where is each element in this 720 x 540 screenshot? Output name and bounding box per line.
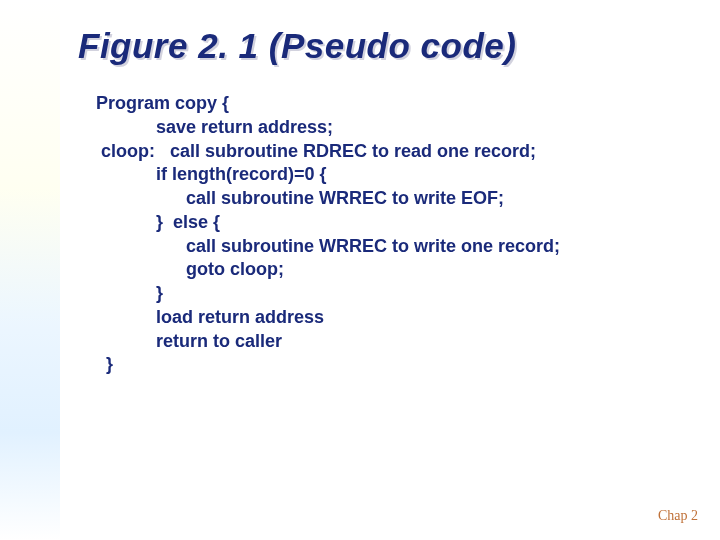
footer-chapter: Chap 2 (658, 508, 698, 524)
slide-title: Figure 2. 1 (Pseudo code) (78, 26, 516, 66)
code-line: save return address; (96, 117, 333, 137)
code-line: Program copy { (96, 93, 229, 113)
code-line: } else { (96, 212, 220, 232)
code-line: call subroutine WRREC to write EOF; (96, 188, 504, 208)
code-line: if length(record)=0 { (96, 164, 327, 184)
code-line: return to caller (96, 331, 282, 351)
code-line: } (96, 354, 113, 374)
decorative-gradient (0, 0, 60, 540)
code-line: } (96, 283, 163, 303)
code-line: load return address (96, 307, 324, 327)
code-line: cloop: call subroutine RDREC to read one… (96, 141, 536, 161)
code-line: call subroutine WRREC to write one recor… (96, 236, 560, 256)
code-line: goto cloop; (96, 259, 284, 279)
pseudocode-block: Program copy { save return address; cloo… (96, 92, 560, 377)
